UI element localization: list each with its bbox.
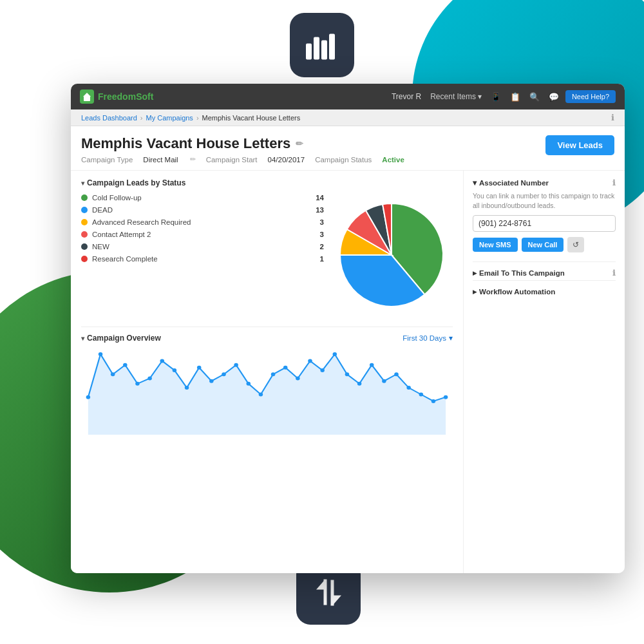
line-chart-container (81, 348, 453, 448)
legend-label: Cold Follow-up (92, 194, 142, 202)
overview-triangle: ▾ (81, 335, 84, 342)
campaign-start-value: 04/20/2017 (268, 156, 305, 164)
transfer-icon (311, 576, 346, 609)
chart-dot (209, 379, 214, 383)
legend-count: 14 (316, 194, 324, 202)
page-header-left: Memphis Vacant House Letters ✏ Campaign … (81, 135, 404, 164)
chart-dot (333, 352, 337, 356)
chart-dot (271, 372, 276, 376)
chart-dot (259, 393, 263, 397)
chart-dot (111, 372, 115, 376)
pie-chart-container (330, 194, 453, 316)
action-buttons: New SMS New Call ↺ (473, 237, 616, 252)
chart-dot (370, 363, 374, 367)
nav-logo: FreedomSoft (80, 90, 153, 104)
page-header: Memphis Vacant House Letters ✏ Campaign … (71, 126, 625, 171)
legend-count: 1 (320, 255, 324, 263)
legend-dot (81, 194, 88, 201)
workflow-triangle: ▸ (473, 287, 477, 296)
legend-item: Advanced Research Required 3 (81, 218, 324, 226)
chart-dot (160, 359, 164, 363)
chart-dot (406, 386, 411, 390)
breadcrumb-my-campaigns[interactable]: My Campaigns (146, 114, 193, 122)
breadcrumb-leads-dashboard[interactable]: Leads Dashboard (81, 114, 137, 122)
chart-dot (283, 366, 288, 370)
email-info-icon[interactable]: ℹ (612, 269, 616, 278)
two-col-layout: ▾ Campaign Leads by Status Cold Follow-u… (71, 171, 625, 573)
assoc-triangle: ▾ (473, 178, 477, 187)
legend-label: Contact Attempt 2 (92, 231, 151, 238)
campaign-type-edit-icon[interactable]: ✏ (190, 155, 196, 164)
chart-icon-badge (290, 13, 354, 77)
chart-dot (222, 372, 226, 376)
overview-section: ▾ Campaign Overview First 30 Days ▾ (81, 327, 453, 448)
legend-dot (81, 231, 88, 238)
breadcrumb-bar: Leads Dashboard › My Campaigns › Memphis… (71, 109, 625, 126)
campaign-start-label: Campaign Start (206, 156, 258, 164)
chart-dot (382, 379, 386, 383)
legend-count: 2 (320, 243, 324, 251)
breadcrumb-info-icon[interactable]: ℹ (611, 113, 614, 122)
workflow-header[interactable]: ▸ Workflow Automation (473, 287, 616, 296)
search-icon[interactable]: 🔍 (529, 92, 540, 102)
mobile-icon[interactable]: 📱 (491, 92, 501, 102)
email-triangle: ▸ (473, 269, 477, 278)
overview-section-header: ▾ Campaign Overview (81, 334, 161, 343)
legend-dot (81, 256, 88, 262)
left-column: ▾ Campaign Leads by Status Cold Follow-u… (71, 171, 464, 573)
legend-item: Cold Follow-up 14 (81, 194, 324, 202)
section-triangle: ▾ (81, 180, 84, 187)
view-leads-button[interactable]: View Leads (545, 135, 614, 155)
legend-dot (81, 219, 88, 225)
chart-dot (296, 377, 300, 381)
recent-items-menu[interactable]: Recent Items ▾ (430, 92, 482, 101)
nav-bar: FreedomSoft Trevor R Recent Items ▾ 📱 📋 … (71, 84, 625, 109)
breadcrumb-current: Memphis Vacant House Letters (202, 114, 301, 122)
legend-item: Research Complete 1 (81, 255, 324, 263)
new-call-button[interactable]: New Call (522, 238, 564, 252)
svg-rect-8 (84, 96, 90, 101)
user-name: Trevor R (392, 92, 421, 101)
workflow-section: ▸ Workflow Automation (473, 280, 616, 296)
legend-count: 13 (316, 206, 324, 214)
email-campaign-header[interactable]: ▸ Email To This Campaign ℹ (473, 269, 616, 278)
pie-chart (330, 194, 453, 316)
chart-dot (234, 363, 238, 367)
chart-dot (99, 352, 103, 356)
campaign-type-value: Direct Mail (143, 156, 178, 164)
main-content: Memphis Vacant House Letters ✏ Campaign … (71, 126, 625, 573)
assoc-info-icon[interactable]: ℹ (612, 178, 616, 187)
chart-dot (123, 363, 128, 367)
legend-dot (81, 243, 88, 250)
svg-marker-9 (83, 93, 91, 97)
chart-dot (247, 382, 251, 386)
history-button[interactable]: ↺ (567, 237, 584, 252)
legend-item: Contact Attempt 2 3 (81, 231, 324, 238)
legend-count: 3 (320, 218, 324, 226)
chart-dot (173, 368, 177, 372)
legend-item: NEW 2 (81, 243, 324, 251)
chart-dot (357, 382, 362, 386)
leads-status-section: Cold Follow-up 14 DEAD 13 Advanced Resea… (81, 194, 453, 316)
chart-dot (431, 399, 436, 403)
copy-icon[interactable]: 📋 (510, 92, 520, 102)
phone-input[interactable] (473, 215, 616, 232)
chart-dot (197, 366, 202, 370)
chart-dot (320, 368, 325, 372)
need-help-button[interactable]: Need Help? (565, 90, 616, 103)
leads-status-section-header: ▾ Campaign Leads by Status (81, 178, 453, 187)
chart-dot (419, 393, 424, 397)
new-sms-button[interactable]: New SMS (473, 238, 518, 252)
assoc-description: You can link a number to this campaign t… (473, 191, 616, 210)
period-selector[interactable]: First 30 Days ▾ (402, 334, 453, 343)
campaign-type-label: Campaign Type (81, 156, 133, 164)
chart-dot (394, 372, 399, 376)
legend-list: Cold Follow-up 14 DEAD 13 Advanced Resea… (81, 194, 324, 316)
chat-icon[interactable]: 💬 (549, 92, 559, 102)
chart-dot (444, 395, 448, 399)
home-icon (82, 92, 91, 101)
title-edit-icon[interactable]: ✏ (296, 138, 303, 149)
chart-dot (86, 395, 91, 399)
legend-label: Research Complete (92, 255, 158, 263)
chart-dot (308, 359, 312, 363)
